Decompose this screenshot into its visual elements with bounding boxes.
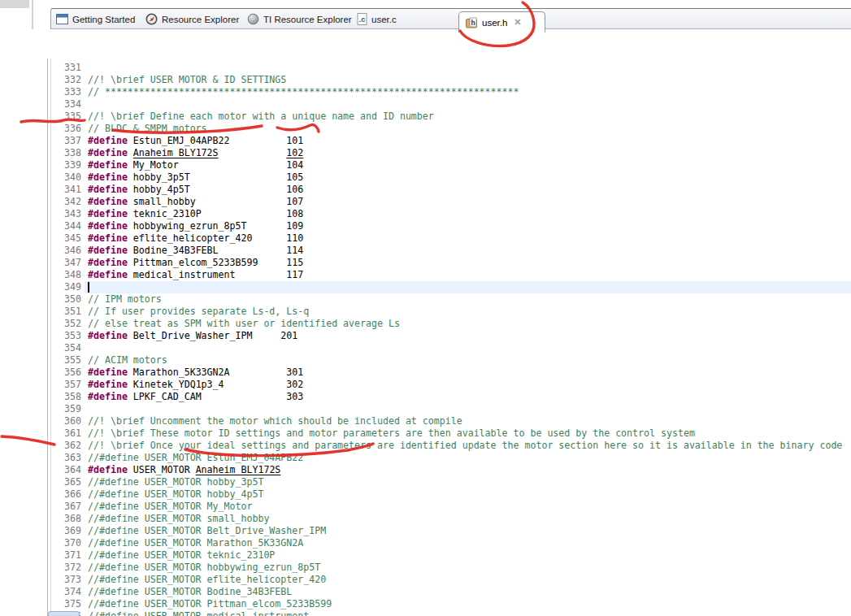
close-icon[interactable]: ✕: [514, 17, 521, 28]
code-line[interactable]: 369//#define USER_MOTOR Belt_Drive_Washe…: [50, 525, 851, 537]
code-line[interactable]: 345#define eflite_helicopter_420 110: [50, 232, 851, 245]
code-line[interactable]: 360//! \brief Uncomment the motor which …: [50, 415, 851, 427]
code-line[interactable]: 335//! \brief Define each motor with a u…: [50, 111, 851, 123]
code-line[interactable]: 342#define small_hobby 107: [50, 196, 851, 208]
code-line[interactable]: 376//#define USER_MOTOR medical_instrume…: [50, 610, 851, 616]
code-line-text: //#define USER_MOTOR teknic_2310P: [85, 549, 851, 562]
code-line[interactable]: 349: [50, 281, 851, 293]
svg-text:.c: .c: [359, 15, 366, 24]
code-line[interactable]: 355// ACIM motors: [50, 354, 851, 367]
line-number: 341: [50, 184, 81, 196]
text-cursor: [88, 282, 89, 293]
line-number: 343: [50, 208, 81, 220]
code-line-text: #define teknic_2310P 108: [85, 208, 851, 220]
line-number: 352: [50, 318, 81, 330]
code-line[interactable]: 373//#define USER_MOTOR eflite_helicopte…: [50, 574, 851, 586]
code-line[interactable]: 354: [50, 342, 851, 354]
code-line-text: #define hobbywing_ezrun_8p5T 109: [85, 220, 851, 232]
code-line-text: // IPM motors: [85, 293, 851, 306]
code-line-text: //#define USER_MOTOR hobby_4p5T: [85, 488, 851, 501]
code-line[interactable]: 337#define Estun_EMJ_04APB22 101: [50, 135, 851, 147]
tab-label: user.c: [371, 15, 397, 24]
code-line-text: [85, 342, 851, 354]
code-line[interactable]: 367//#define USER_MOTOR My_Motor: [50, 501, 851, 513]
line-number: 365: [50, 476, 81, 488]
code-line[interactable]: 351// If user provides separate Ls-d, Ls…: [50, 306, 851, 318]
code-line[interactable]: 352// else treat as SPM with user or ide…: [50, 318, 851, 330]
code-line[interactable]: 365//#define USER_MOTOR hobby_3p5T: [50, 476, 851, 488]
code-line-text: //#define USER_MOTOR Estun_EMJ_04APB22: [85, 452, 851, 464]
code-line[interactable]: 334: [50, 98, 851, 111]
tab-user-c[interactable]: .c user.c: [357, 9, 397, 29]
line-number: 348: [50, 269, 81, 281]
code-line[interactable]: 363//#define USER_MOTOR Estun_EMJ_04APB2…: [50, 452, 851, 464]
code-line-text: //#define USER_MOTOR small_hobby: [85, 513, 851, 525]
code-area[interactable]: 331332//! \brief USER MOTOR & ID SETTING…: [50, 62, 851, 616]
code-line-text: //#define USER_MOTOR Bodine_34B3FEBL: [85, 586, 851, 598]
tab-user-h[interactable]: h user.h ✕: [458, 11, 545, 33]
code-line[interactable]: 357#define Kinetek_YDQ1p3_4 302: [50, 379, 851, 391]
line-number: 368: [50, 513, 81, 525]
line-number: 372: [50, 562, 81, 574]
code-line[interactable]: 336// BLDC & SMPM motors: [50, 123, 851, 135]
code-line-text: #define medical_instrument 117: [85, 269, 851, 281]
line-number: 339: [50, 159, 81, 171]
code-line[interactable]: 353#define Belt_Drive_Washer_IPM 201: [50, 330, 851, 342]
tab-resource-explorer[interactable]: Resource Explorer: [145, 9, 239, 29]
code-line-text: //#define USER_MOTOR Pittman_elcom_5233B…: [85, 598, 851, 610]
code-line-text: #define USER_MOTOR Anaheim_BLY172S: [85, 464, 851, 476]
svg-text:h: h: [471, 19, 475, 27]
line-number: 334: [50, 98, 81, 111]
code-line-text: //#define USER_MOTOR eflite_helicopter_4…: [85, 574, 851, 586]
code-line-text: //#define USER_MOTOR Marathon_5K33GN2A: [85, 537, 851, 549]
tab-label: Resource Explorer: [162, 15, 239, 24]
code-line[interactable]: 348#define medical_instrument 117: [50, 269, 851, 281]
code-line[interactable]: 341#define hobby_4p5T 106: [50, 184, 851, 196]
tab-ti-resource-explorer[interactable]: TI Resource Explorer: [247, 9, 352, 29]
line-number: 371: [50, 549, 81, 562]
code-line-text: #define eflite_helicopter_420 110: [85, 232, 851, 245]
code-line[interactable]: 333// **********************************…: [50, 86, 851, 98]
code-line[interactable]: 368//#define USER_MOTOR small_hobby: [50, 513, 851, 525]
code-editor[interactable]: 331332//! \brief USER MOTOR & ID SETTING…: [0, 29, 851, 616]
code-line[interactable]: 361//! \brief These motor ID settings an…: [50, 427, 851, 440]
tab-getting-started[interactable]: Getting Started: [56, 9, 135, 29]
code-line[interactable]: 366//#define USER_MOTOR hobby_4p5T: [50, 488, 851, 501]
code-line[interactable]: 375//#define USER_MOTOR Pittman_elcom_52…: [50, 598, 851, 610]
code-line[interactable]: 346#define Bodine_34B3FEBL 114: [50, 245, 851, 257]
c-file-icon: .c: [357, 13, 367, 25]
code-line[interactable]: 339#define My_Motor 104: [50, 159, 851, 171]
line-number: 357: [50, 379, 81, 391]
cropped-panel-fragment: [0, 0, 29, 8]
code-line[interactable]: 372//#define USER_MOTOR hobbywing_ezrun_…: [50, 562, 851, 574]
code-line[interactable]: 331: [50, 62, 851, 74]
line-number: 340: [50, 171, 81, 184]
code-line[interactable]: 356#define Marathon_5K33GN2A 301: [50, 367, 851, 379]
code-line[interactable]: 362//! \brief Once your ideal settings a…: [50, 440, 851, 452]
line-number: 369: [50, 525, 81, 537]
code-line[interactable]: 332//! \brief USER MOTOR & ID SETTINGS: [50, 74, 851, 86]
code-line[interactable]: 359: [50, 403, 851, 415]
code-line-text: //! \brief Once your ideal settings and …: [85, 440, 851, 452]
line-number: 333: [50, 86, 81, 98]
code-line[interactable]: 358#define LPKF_CAD_CAM 303: [50, 391, 851, 403]
line-number: 331: [50, 62, 81, 74]
code-line[interactable]: 364#define USER_MOTOR Anaheim_BLY172S: [50, 464, 851, 476]
line-number: 350: [50, 293, 81, 306]
code-line[interactable]: 374//#define USER_MOTOR Bodine_34B3FEBL: [50, 586, 851, 598]
code-line-text: #define Marathon_5K33GN2A 301: [85, 367, 851, 379]
code-line[interactable]: 371//#define USER_MOTOR teknic_2310P: [50, 549, 851, 562]
code-line[interactable]: 370//#define USER_MOTOR Marathon_5K33GN2…: [50, 537, 851, 549]
code-line[interactable]: 338#define Anaheim_BLY172S 102: [50, 147, 851, 159]
line-number: 362: [50, 440, 81, 452]
scrollbar-fragment[interactable]: [48, 611, 80, 616]
code-line-text: #define Belt_Drive_Washer_IPM 201: [85, 330, 851, 342]
code-line[interactable]: 344#define hobbywing_ezrun_8p5T 109: [50, 220, 851, 232]
code-line[interactable]: 350// IPM motors: [50, 293, 851, 306]
code-line[interactable]: 343#define teknic_2310P 108: [50, 208, 851, 220]
line-number: 373: [50, 574, 81, 586]
code-line[interactable]: 340#define hobby_3p5T 105: [50, 171, 851, 184]
line-number: 347: [50, 257, 81, 269]
code-line[interactable]: 347#define Pittman_elcom_5233B599 115: [50, 257, 851, 269]
code-line-text: // BLDC & SMPM motors: [85, 123, 851, 135]
